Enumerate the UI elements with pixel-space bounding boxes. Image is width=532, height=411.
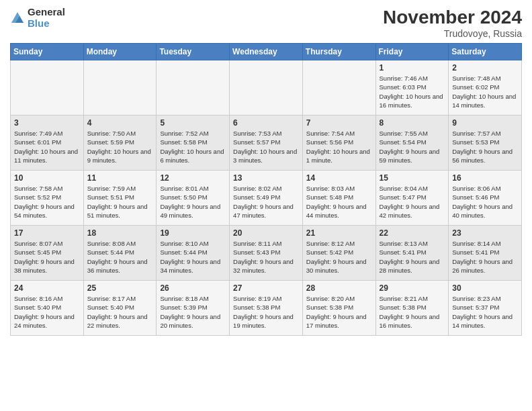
sunset: Sunset: 5:50 PM (160, 193, 207, 201)
week-row-2: 3 Sunrise: 7:49 AM Sunset: 6:01 PM Dayli… (11, 116, 522, 171)
sunset: Sunset: 5:38 PM (380, 304, 427, 311)
cell-1-2 (83, 60, 157, 116)
day-info: Sunrise: 7:59 AM Sunset: 5:51 PM Dayligh… (87, 184, 153, 220)
daylight: Daylight: 9 hours and 44 minutes. (306, 203, 367, 219)
day-number: 9 (452, 118, 518, 128)
daylight: Daylight: 9 hours and 51 minutes. (87, 203, 148, 219)
week-row-5: 24 Sunrise: 8:16 AM Sunset: 5:40 PM Dayl… (11, 281, 522, 336)
week-row-4: 17 Sunrise: 8:07 AM Sunset: 5:45 PM Dayl… (11, 226, 522, 281)
sunset: Sunset: 5:51 PM (87, 193, 134, 201)
sunrise: Sunrise: 8:11 AM (233, 240, 281, 247)
sunset: Sunset: 5:38 PM (306, 304, 353, 311)
day-info: Sunrise: 7:55 AM Sunset: 5:54 PM Dayligh… (380, 129, 445, 165)
daylight: Daylight: 9 hours and 49 minutes. (160, 203, 220, 219)
cell-3-5: 14 Sunrise: 8:03 AM Sunset: 5:48 PM Dayl… (302, 171, 375, 226)
sunset: Sunset: 5:59 PM (87, 138, 134, 146)
day-number: 17 (14, 228, 80, 238)
daylight: Daylight: 9 hours and 40 minutes. (452, 203, 513, 219)
cell-2-6: 8 Sunrise: 7:55 AM Sunset: 5:54 PM Dayli… (375, 116, 449, 171)
header-saturday: Saturday (449, 44, 522, 60)
daylight: Daylight: 9 hours and 28 minutes. (380, 258, 440, 274)
cell-4-2: 18 Sunrise: 8:08 AM Sunset: 5:44 PM Dayl… (83, 226, 157, 281)
daylight: Daylight: 9 hours and 17 minutes. (306, 313, 367, 329)
sunrise: Sunrise: 8:13 AM (380, 240, 428, 247)
sunrise: Sunrise: 8:08 AM (87, 240, 136, 247)
cell-3-2: 11 Sunrise: 7:59 AM Sunset: 5:51 PM Dayl… (83, 171, 157, 226)
daylight: Daylight: 9 hours and 30 minutes. (306, 258, 367, 274)
day-info: Sunrise: 8:01 AM Sunset: 5:50 PM Dayligh… (160, 184, 226, 220)
day-info: Sunrise: 8:02 AM Sunset: 5:49 PM Dayligh… (233, 184, 299, 220)
daylight: Daylight: 10 hours and 6 minutes. (160, 148, 224, 164)
header-sunday: Sunday (11, 44, 84, 60)
cell-2-4: 6 Sunrise: 7:53 AM Sunset: 5:57 PM Dayli… (230, 116, 303, 171)
day-number: 21 (306, 228, 372, 238)
day-number: 24 (14, 283, 80, 293)
cell-4-1: 17 Sunrise: 8:07 AM Sunset: 5:45 PM Dayl… (11, 226, 84, 281)
cell-2-1: 3 Sunrise: 7:49 AM Sunset: 6:01 PM Dayli… (11, 116, 84, 171)
cell-5-5: 28 Sunrise: 8:20 AM Sunset: 5:38 PM Dayl… (302, 281, 375, 336)
sunset: Sunset: 5:54 PM (380, 138, 427, 146)
sunrise: Sunrise: 7:59 AM (87, 185, 136, 192)
month-title: November 2024 (383, 7, 522, 28)
daylight: Daylight: 10 hours and 11 minutes. (14, 148, 78, 164)
sunset: Sunset: 5:58 PM (160, 138, 207, 146)
daylight: Daylight: 9 hours and 47 minutes. (233, 203, 294, 219)
day-info: Sunrise: 8:08 AM Sunset: 5:44 PM Dayligh… (87, 239, 153, 275)
day-info: Sunrise: 8:14 AM Sunset: 5:41 PM Dayligh… (452, 239, 518, 275)
daylight: Daylight: 10 hours and 9 minutes. (87, 148, 151, 164)
sunset: Sunset: 5:42 PM (306, 248, 353, 256)
sunrise: Sunrise: 8:21 AM (380, 295, 428, 302)
header-monday: Monday (83, 44, 157, 60)
cell-1-6: 1 Sunrise: 7:46 AM Sunset: 6:03 PM Dayli… (375, 60, 449, 116)
header-friday: Friday (375, 44, 449, 60)
day-info: Sunrise: 7:57 AM Sunset: 5:53 PM Dayligh… (452, 129, 518, 165)
header: General Blue November 2024 Trudovoye, Ru… (10, 7, 522, 39)
logo-icon (10, 11, 25, 26)
day-number: 28 (306, 283, 372, 293)
day-info: Sunrise: 7:50 AM Sunset: 5:59 PM Dayligh… (87, 129, 153, 165)
day-number: 2 (452, 63, 518, 73)
sunrise: Sunrise: 7:54 AM (306, 130, 355, 137)
sunset: Sunset: 5:44 PM (160, 248, 207, 256)
day-number: 6 (233, 118, 299, 128)
sunrise: Sunrise: 8:18 AM (160, 295, 208, 302)
day-info: Sunrise: 8:23 AM Sunset: 5:37 PM Dayligh… (452, 294, 518, 330)
day-number: 27 (233, 283, 299, 293)
sunset: Sunset: 5:45 PM (14, 248, 61, 256)
day-info: Sunrise: 8:20 AM Sunset: 5:38 PM Dayligh… (306, 294, 372, 330)
cell-3-6: 15 Sunrise: 8:04 AM Sunset: 5:47 PM Dayl… (375, 171, 449, 226)
cell-1-7: 2 Sunrise: 7:48 AM Sunset: 6:02 PM Dayli… (449, 60, 522, 116)
day-number: 15 (380, 173, 445, 183)
cell-3-3: 12 Sunrise: 8:01 AM Sunset: 5:50 PM Dayl… (157, 171, 230, 226)
daylight: Daylight: 9 hours and 56 minutes. (452, 148, 513, 164)
day-info: Sunrise: 8:16 AM Sunset: 5:40 PM Dayligh… (14, 294, 80, 330)
daylight: Daylight: 9 hours and 32 minutes. (233, 258, 294, 274)
sunrise: Sunrise: 8:19 AM (233, 295, 281, 302)
cell-4-6: 22 Sunrise: 8:13 AM Sunset: 5:41 PM Dayl… (375, 226, 449, 281)
week-row-1: 1 Sunrise: 7:46 AM Sunset: 6:03 PM Dayli… (11, 60, 522, 116)
sunrise: Sunrise: 8:01 AM (160, 185, 208, 192)
daylight: Daylight: 9 hours and 54 minutes. (14, 203, 75, 219)
sunrise: Sunrise: 8:07 AM (14, 240, 62, 247)
daylight: Daylight: 9 hours and 59 minutes. (380, 148, 440, 164)
day-info: Sunrise: 8:12 AM Sunset: 5:42 PM Dayligh… (306, 239, 372, 275)
daylight: Daylight: 10 hours and 1 minute. (306, 148, 370, 164)
day-number: 1 (380, 63, 445, 73)
page-container: General Blue November 2024 Trudovoye, Ru… (0, 0, 532, 342)
sunset: Sunset: 5:47 PM (380, 193, 427, 201)
sunrise: Sunrise: 8:16 AM (14, 295, 62, 302)
sunset: Sunset: 5:38 PM (233, 304, 280, 311)
sunrise: Sunrise: 8:12 AM (306, 240, 355, 247)
day-number: 23 (452, 228, 518, 238)
cell-4-7: 23 Sunrise: 8:14 AM Sunset: 5:41 PM Dayl… (449, 226, 522, 281)
day-info: Sunrise: 7:54 AM Sunset: 5:56 PM Dayligh… (306, 129, 372, 165)
location: Trudovoye, Russia (383, 28, 522, 39)
header-wednesday: Wednesday (230, 44, 303, 60)
day-number: 25 (87, 283, 153, 293)
sunrise: Sunrise: 8:23 AM (452, 295, 500, 302)
sunrise: Sunrise: 7:48 AM (452, 75, 500, 82)
day-number: 8 (380, 118, 445, 128)
day-info: Sunrise: 7:53 AM Sunset: 5:57 PM Dayligh… (233, 129, 299, 165)
cell-2-7: 9 Sunrise: 7:57 AM Sunset: 5:53 PM Dayli… (449, 116, 522, 171)
day-info: Sunrise: 8:06 AM Sunset: 5:46 PM Dayligh… (452, 184, 518, 220)
